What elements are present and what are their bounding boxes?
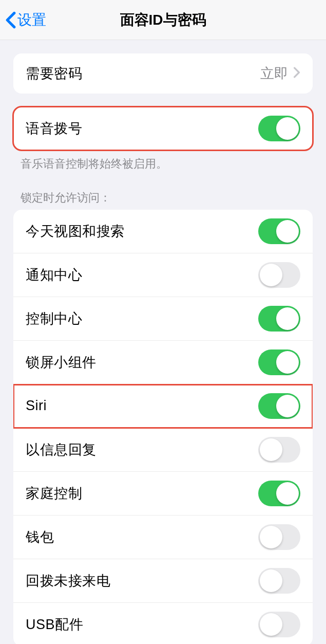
back-button[interactable]: 设置 bbox=[5, 10, 46, 30]
lock-access-label: 控制中心 bbox=[26, 309, 258, 328]
voice-dial-toggle[interactable] bbox=[258, 116, 300, 141]
toggle-knob bbox=[276, 220, 299, 243]
voice-dial-row: 语音拨号 bbox=[13, 107, 313, 150]
toggle-knob bbox=[276, 117, 299, 140]
toggle-knob bbox=[260, 613, 282, 636]
lock-access-toggle[interactable] bbox=[258, 349, 300, 375]
content: 需要密码 立即 语音拨号 音乐语音控制将始终被启用。 锁定时允许访问： 今天视图… bbox=[0, 53, 326, 644]
lock-access-toggle[interactable] bbox=[258, 306, 300, 332]
passcode-required-group: 需要密码 立即 bbox=[13, 53, 313, 94]
lock-access-row: 控制中心 bbox=[13, 297, 313, 341]
lock-access-row: 回拨未接来电 bbox=[13, 559, 313, 603]
lock-access-label: 回拨未接来电 bbox=[26, 572, 258, 590]
lock-access-toggle[interactable] bbox=[258, 481, 300, 506]
lock-access-label: 今天视图和搜索 bbox=[26, 222, 258, 241]
toggle-knob bbox=[260, 438, 282, 461]
lock-access-toggle[interactable] bbox=[258, 262, 300, 288]
lock-access-row: 今天视图和搜索 bbox=[13, 210, 313, 253]
toggle-knob bbox=[276, 482, 299, 505]
lock-access-group: 今天视图和搜索通知中心控制中心锁屏小组件Siri以信息回复家庭控制钱包回拨未接来… bbox=[13, 210, 313, 644]
lock-access-row: Siri bbox=[13, 384, 313, 428]
lock-access-toggle[interactable] bbox=[258, 612, 300, 637]
toggle-knob bbox=[260, 264, 282, 286]
chevron-right-icon bbox=[293, 67, 300, 80]
voice-dial-footer: 音乐语音控制将始终被启用。 bbox=[0, 150, 326, 172]
lock-access-row: 家庭控制 bbox=[13, 472, 313, 516]
lock-access-label: 以信息回复 bbox=[26, 440, 258, 459]
lock-access-row: USB配件 bbox=[13, 603, 313, 644]
toggle-knob bbox=[260, 569, 282, 592]
lock-access-toggle[interactable] bbox=[258, 437, 300, 463]
lock-access-label: USB配件 bbox=[26, 615, 258, 634]
lock-access-row: 以信息回复 bbox=[13, 428, 313, 472]
toggle-knob bbox=[276, 307, 299, 330]
back-label: 设置 bbox=[17, 10, 46, 30]
passcode-required-label: 需要密码 bbox=[26, 64, 260, 83]
chevron-left-icon bbox=[5, 11, 16, 29]
passcode-required-value: 立即 bbox=[260, 64, 288, 83]
toggle-knob bbox=[276, 351, 299, 374]
voice-dial-label: 语音拨号 bbox=[26, 119, 258, 138]
lock-access-label: 家庭控制 bbox=[26, 484, 258, 503]
lock-access-toggle[interactable] bbox=[258, 393, 300, 419]
toggle-knob bbox=[260, 526, 282, 548]
lock-access-label: 通知中心 bbox=[26, 266, 258, 284]
passcode-required-row[interactable]: 需要密码 立即 bbox=[13, 53, 313, 94]
voice-dial-group: 语音拨号 bbox=[13, 107, 313, 150]
lock-access-toggle[interactable] bbox=[258, 568, 300, 594]
lock-access-row: 钱包 bbox=[13, 516, 313, 559]
lock-access-row: 通知中心 bbox=[13, 253, 313, 297]
lock-access-row: 锁屏小组件 bbox=[13, 341, 313, 384]
toggle-knob bbox=[276, 395, 299, 417]
lock-access-toggle[interactable] bbox=[258, 218, 300, 244]
page-title: 面容ID与密码 bbox=[0, 10, 326, 30]
lock-access-toggle[interactable] bbox=[258, 524, 300, 550]
lock-access-label: 钱包 bbox=[26, 528, 258, 546]
nav-header: 设置 面容ID与密码 bbox=[0, 0, 326, 40]
lock-access-header: 锁定时允许访问： bbox=[0, 172, 326, 210]
lock-access-label: 锁屏小组件 bbox=[26, 353, 258, 372]
lock-access-label: Siri bbox=[26, 398, 258, 414]
